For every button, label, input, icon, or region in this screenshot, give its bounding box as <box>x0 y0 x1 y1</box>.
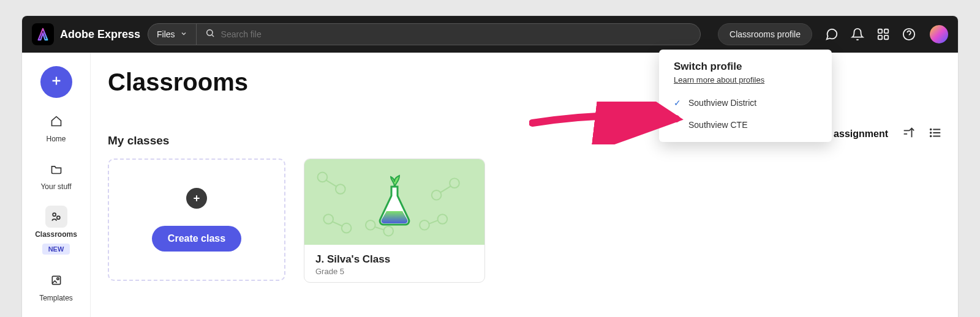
svg-point-11 <box>56 216 59 219</box>
templates-icon <box>45 269 67 291</box>
profile-option-label: Southview CTE <box>688 120 747 130</box>
sidebar: Home Your stuff Classrooms NEW Templates <box>22 53 91 317</box>
create-class-label: Create class <box>168 233 225 244</box>
svg-point-27 <box>450 178 459 188</box>
class-grade: Grade 5 <box>315 267 473 276</box>
create-class-button[interactable]: Create class <box>152 226 241 252</box>
search-field[interactable] <box>197 28 700 40</box>
profile-option-label: Southview District <box>688 98 756 108</box>
svg-rect-2 <box>878 29 882 33</box>
apps-grid-icon[interactable] <box>876 27 891 42</box>
class-card-body: J. Silva's Class Grade 5 <box>304 245 484 282</box>
svg-line-1 <box>212 35 214 37</box>
search-input[interactable] <box>221 29 692 39</box>
files-dropdown-label: Files <box>157 29 175 39</box>
bell-icon[interactable] <box>850 27 865 42</box>
svg-point-20 <box>930 132 932 133</box>
sidebar-item-label: Classrooms <box>35 230 77 239</box>
chevron-down-icon <box>180 29 187 39</box>
sidebar-item-home[interactable]: Home <box>22 108 90 146</box>
classrooms-profile-label: Classrooms profile <box>729 29 801 39</box>
svg-rect-3 <box>884 29 888 33</box>
svg-rect-5 <box>884 35 888 39</box>
classrooms-icon <box>45 206 67 228</box>
svg-line-29 <box>440 186 451 193</box>
class-card-image <box>304 159 484 245</box>
flask-icon <box>373 174 416 229</box>
svg-point-36 <box>323 214 333 224</box>
create-class-card[interactable]: Create class <box>108 158 285 281</box>
svg-point-34 <box>438 214 448 224</box>
app-frame: Adobe Express Files Classrooms profile <box>22 16 958 317</box>
svg-line-26 <box>326 180 337 187</box>
class-name: J. Silva's Class <box>315 253 473 266</box>
logo[interactable]: Adobe Express <box>32 23 140 45</box>
help-icon[interactable] <box>902 27 916 42</box>
topbar-actions <box>824 25 948 43</box>
sidebar-item-label: Home <box>46 135 66 143</box>
svg-point-13 <box>56 278 58 280</box>
popover-title: Switch profile <box>659 61 832 73</box>
search-icon <box>205 28 215 40</box>
learn-more-link[interactable]: Learn more about profiles <box>659 73 832 92</box>
home-icon <box>45 110 67 132</box>
app-name: Adobe Express <box>60 28 140 41</box>
adobe-express-logo-icon <box>32 23 54 45</box>
avatar[interactable] <box>930 25 948 43</box>
svg-line-35 <box>429 220 439 224</box>
sidebar-item-templates[interactable]: Templates <box>22 267 90 305</box>
svg-point-0 <box>206 30 212 35</box>
new-button[interactable] <box>40 66 72 98</box>
classrooms-profile-button[interactable]: Classrooms profile <box>718 23 812 45</box>
svg-line-38 <box>332 222 343 226</box>
svg-rect-4 <box>878 35 882 39</box>
class-card[interactable]: J. Silva's Class Grade 5 <box>304 158 485 283</box>
search-bar: Files <box>148 23 701 45</box>
svg-rect-12 <box>52 276 60 284</box>
folder-icon <box>45 158 67 180</box>
svg-point-25 <box>336 184 345 194</box>
svg-point-37 <box>342 223 352 233</box>
topbar: Adobe Express Files Classrooms profile <box>22 16 958 53</box>
list-view-icon[interactable] <box>929 126 942 142</box>
plus-circle-icon <box>186 188 207 209</box>
svg-point-28 <box>432 190 442 200</box>
svg-point-21 <box>930 136 932 137</box>
comment-icon[interactable] <box>824 27 839 42</box>
sidebar-item-label: Your stuff <box>40 182 71 191</box>
svg-point-19 <box>930 129 932 130</box>
svg-point-33 <box>420 220 429 230</box>
sort-icon[interactable] <box>902 126 915 142</box>
sidebar-item-classrooms[interactable]: Classrooms NEW <box>22 203 90 257</box>
annotation-arrow-icon <box>529 102 688 144</box>
svg-point-24 <box>318 173 328 182</box>
sidebar-item-your-stuff[interactable]: Your stuff <box>22 155 90 193</box>
svg-point-10 <box>53 213 56 216</box>
cards-row: Create class <box>108 158 958 283</box>
new-badge: NEW <box>42 244 70 255</box>
files-dropdown[interactable]: Files <box>148 24 197 45</box>
plus-icon <box>50 74 63 90</box>
sidebar-item-label: Templates <box>39 294 73 302</box>
